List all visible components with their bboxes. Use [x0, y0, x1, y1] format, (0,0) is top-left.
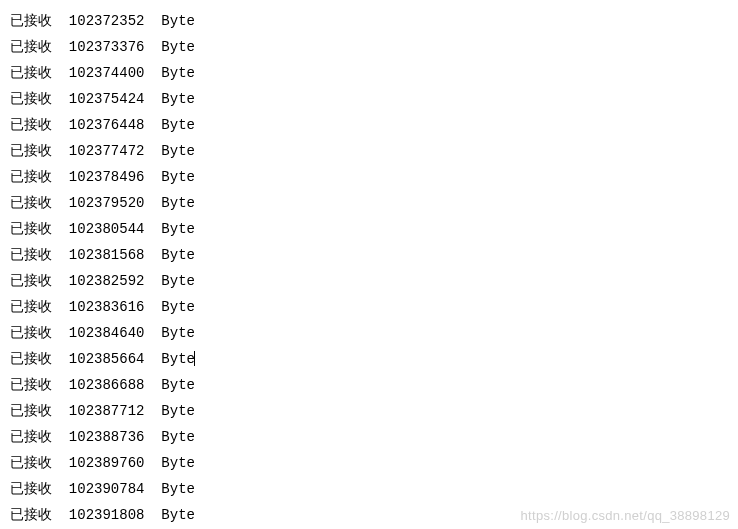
- log-line: 已接收 102373376 Byte: [10, 34, 728, 60]
- log-unit: Byte: [161, 477, 195, 502]
- log-label: 已接收: [10, 294, 52, 319]
- log-label: 已接收: [10, 190, 52, 215]
- log-unit: Byte: [161, 295, 195, 320]
- log-label: 已接收: [10, 476, 52, 501]
- log-value: 102374400: [69, 61, 145, 86]
- log-label: 已接收: [10, 320, 52, 345]
- log-value: 102379520: [69, 191, 145, 216]
- log-label: 已接收: [10, 34, 52, 59]
- log-label: 已接收: [10, 424, 52, 449]
- log-value: 102389760: [69, 451, 145, 476]
- log-label: 已接收: [10, 60, 52, 85]
- log-unit: Byte: [161, 87, 195, 112]
- log-line: 已接收 102379520 Byte: [10, 190, 728, 216]
- log-label: 已接收: [10, 8, 52, 33]
- log-value: 102387712: [69, 399, 145, 424]
- log-label: 已接收: [10, 502, 52, 527]
- log-line: 已接收 102375424 Byte: [10, 86, 728, 112]
- log-line: 已接收 102372352 Byte: [10, 8, 728, 34]
- log-value: 102381568: [69, 243, 145, 268]
- log-unit: Byte: [161, 503, 195, 528]
- log-label: 已接收: [10, 450, 52, 475]
- log-value: 102385664: [69, 347, 145, 372]
- log-value: 102372352: [69, 9, 145, 34]
- log-unit: Byte: [161, 269, 195, 294]
- log-value: 102380544: [69, 217, 145, 242]
- log-label: 已接收: [10, 112, 52, 137]
- log-value: 102375424: [69, 87, 145, 112]
- log-label: 已接收: [10, 372, 52, 397]
- log-value: 102378496: [69, 165, 145, 190]
- log-line: 已接收 102383616 Byte: [10, 294, 728, 320]
- log-unit: Byte: [161, 373, 195, 398]
- log-unit: Byte: [161, 165, 195, 190]
- log-line: 已接收 102380544 Byte: [10, 216, 728, 242]
- log-value: 102376448: [69, 113, 145, 138]
- log-unit: Byte: [161, 139, 195, 164]
- log-line: 已接收 102374400 Byte: [10, 60, 728, 86]
- log-value: 102373376: [69, 35, 145, 60]
- log-unit: Byte: [161, 61, 195, 86]
- log-label: 已接收: [10, 268, 52, 293]
- log-unit: Byte: [161, 425, 195, 450]
- log-line: 已接收 102378496 Byte: [10, 164, 728, 190]
- log-unit: Byte: [161, 399, 195, 424]
- log-line: 已接收 102388736 Byte: [10, 424, 728, 450]
- log-label: 已接收: [10, 398, 52, 423]
- log-label: 已接收: [10, 164, 52, 189]
- log-line: 已接收 102385664 Byte: [10, 346, 728, 372]
- log-unit: Byte: [161, 113, 195, 138]
- log-line: 已接收 102382592 Byte: [10, 268, 728, 294]
- log-unit: Byte: [161, 35, 195, 60]
- log-line: 已接收 102376448 Byte: [10, 112, 728, 138]
- log-value: 102390784: [69, 477, 145, 502]
- log-line: 已接收 102381568 Byte: [10, 242, 728, 268]
- log-label: 已接收: [10, 346, 52, 371]
- log-label: 已接收: [10, 86, 52, 111]
- log-unit: Byte: [161, 191, 195, 216]
- log-label: 已接收: [10, 138, 52, 163]
- log-line: 已接收 102389760 Byte: [10, 450, 728, 476]
- log-value: 102382592: [69, 269, 145, 294]
- log-value: 102377472: [69, 139, 145, 164]
- log-value: 102384640: [69, 321, 145, 346]
- log-line: 已接收 102386688 Byte: [10, 372, 728, 398]
- log-line: 已接收 102384640 Byte: [10, 320, 728, 346]
- log-value: 102388736: [69, 425, 145, 450]
- log-value: 102386688: [69, 373, 145, 398]
- log-line: 已接收 102387712 Byte: [10, 398, 728, 424]
- log-unit: Byte: [161, 451, 195, 476]
- log-line: 已接收 102390784 Byte: [10, 476, 728, 502]
- text-cursor: [194, 351, 195, 366]
- log-unit: Byte: [161, 321, 195, 346]
- log-line: 已接收 102391808 Byte: [10, 502, 728, 528]
- log-value: 102383616: [69, 295, 145, 320]
- log-line: 已接收 102377472 Byte: [10, 138, 728, 164]
- log-value: 102391808: [69, 503, 145, 528]
- log-label: 已接收: [10, 216, 52, 241]
- log-unit: Byte: [161, 347, 195, 372]
- console-output: 已接收 102372352 Byte已接收 102373376 Byte已接收 …: [10, 8, 728, 529]
- log-unit: Byte: [161, 243, 195, 268]
- log-unit: Byte: [161, 9, 195, 34]
- log-unit: Byte: [161, 217, 195, 242]
- log-label: 已接收: [10, 242, 52, 267]
